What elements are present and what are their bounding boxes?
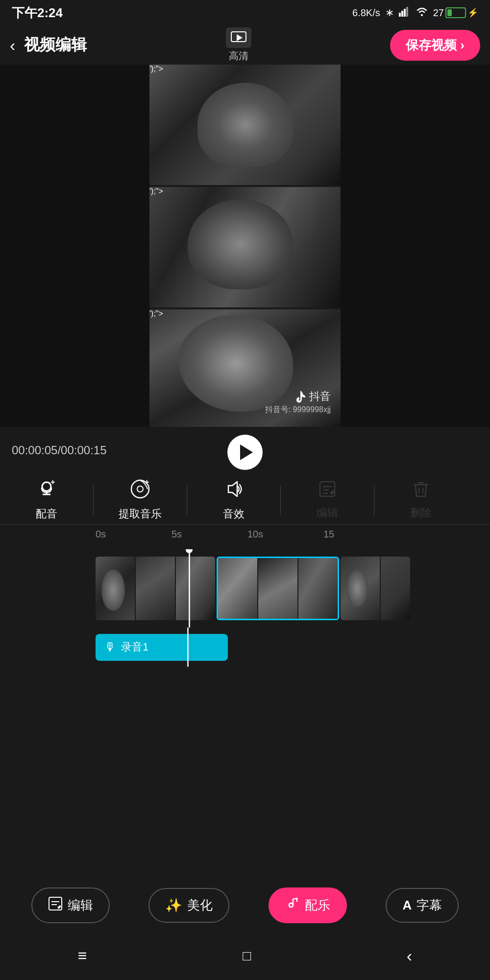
nav-beautify-label: 美化	[187, 897, 213, 914]
playhead	[189, 549, 190, 628]
audio-mic-icon: 🎙	[104, 640, 116, 654]
nav-edit[interactable]: 编辑	[31, 887, 110, 923]
svg-rect-1	[401, 11, 403, 17]
header-left: ‹ 视频编辑	[10, 34, 87, 56]
clip-thumb-7	[341, 557, 380, 620]
clip-thumb-1	[96, 557, 135, 620]
sound-effect-icon	[223, 479, 244, 504]
svg-text:+: +	[50, 479, 55, 486]
clip-thumb-5	[258, 558, 297, 620]
clip-thumb-8	[381, 557, 410, 620]
tool-delete: 删除	[374, 480, 467, 520]
timecode-row: 00:00:05/00:00:15	[0, 427, 490, 474]
thumb-bg-3	[176, 557, 215, 620]
nav-beautify-icon: ✨	[165, 897, 182, 913]
svg-text:+: +	[145, 479, 149, 486]
clip-thumb-4	[218, 558, 257, 620]
svg-point-7	[42, 482, 51, 491]
bottom-nav: 编辑 ✨ 美化 配乐 A 字幕	[0, 880, 490, 931]
dubbing-label: 配音	[36, 507, 57, 521]
hd-icon	[226, 27, 251, 48]
timeline-empty	[0, 667, 490, 745]
video-frame-2: ');">	[149, 187, 341, 307]
clip-thumb-2	[136, 557, 175, 620]
video-frame-1: ');">	[149, 65, 341, 185]
header: ‹ 视频编辑 高清 保存视频 ›	[0, 25, 490, 65]
video-clip-1[interactable]	[96, 557, 215, 620]
ruler-labels: 0s 5s 10s 15	[96, 529, 490, 540]
nav-subtitle-icon: A	[402, 898, 412, 913]
delete-label: 删除	[410, 506, 432, 520]
edit-label: 编辑	[317, 506, 338, 520]
nav-music[interactable]: 配乐	[269, 887, 347, 923]
svg-rect-21	[49, 897, 62, 910]
thumb-bg-2	[136, 557, 175, 620]
battery-fill	[447, 9, 452, 16]
timecode-display: 00:00:05/00:00:15	[12, 443, 107, 457]
svg-point-24	[289, 903, 293, 907]
video-clips	[96, 549, 490, 628]
tool-sound-effect[interactable]: 音效	[187, 479, 280, 521]
hd-quality-button[interactable]: 高清	[226, 27, 251, 63]
audio-clip-label: 录音1	[121, 640, 148, 654]
svg-point-4	[421, 14, 423, 16]
bluetooth-icon: ∗	[385, 6, 394, 19]
nav-music-icon	[285, 896, 300, 914]
nav-edit-icon	[48, 896, 63, 914]
sound-effect-label: 音效	[223, 507, 245, 521]
svg-marker-6	[237, 34, 243, 41]
svg-point-12	[137, 486, 143, 492]
tiktok-icon	[293, 390, 306, 403]
edit-icon	[318, 480, 337, 503]
wifi-icon	[416, 6, 428, 20]
page-title: 视频编辑	[24, 34, 87, 56]
delete-icon	[412, 480, 430, 503]
tiktok-label: 抖音	[309, 389, 331, 404]
svg-rect-0	[399, 13, 401, 17]
ruler-10s: 10s	[247, 529, 323, 540]
controls-area: 00:00:05/00:00:15 + 配音	[0, 427, 490, 745]
network-speed: 6.8K/s	[352, 7, 380, 19]
status-time: 下午2:24	[12, 4, 63, 22]
play-button[interactable]	[227, 435, 263, 470]
status-bar: 下午2:24 6.8K/s ∗ 27 ⚡	[0, 0, 490, 25]
battery-container: 27 ⚡	[433, 7, 478, 19]
nav-music-label: 配乐	[305, 897, 330, 914]
watermark-logo: 抖音	[265, 389, 331, 404]
svg-rect-2	[404, 9, 406, 17]
nav-beautify[interactable]: ✨ 美化	[148, 888, 229, 923]
watermark: 抖音 抖音号: 9999998xjj	[265, 389, 331, 415]
system-nav-bar: ≡ □ ‹	[0, 941, 490, 970]
thumb-bg-5	[258, 558, 297, 620]
video-track[interactable]	[0, 549, 490, 628]
hd-label: 高清	[229, 49, 248, 63]
video-strip: ');"> ');"> ');"> 抖音	[149, 65, 341, 427]
play-icon	[240, 444, 253, 460]
nav-subtitle[interactable]: A 字幕	[386, 888, 459, 923]
tool-extract-music[interactable]: + 提取音乐	[94, 479, 187, 521]
ruler-0s: 0s	[96, 529, 172, 540]
portrait-frame-1: ');">	[149, 65, 341, 185]
lightning-icon: ⚡	[467, 7, 478, 18]
home-button[interactable]: □	[243, 948, 251, 964]
tool-edit: 编辑	[281, 480, 374, 520]
clip-thumb-3	[176, 557, 215, 620]
video-clip-2[interactable]	[217, 557, 339, 620]
audio-track: 🎙 录音1	[0, 628, 490, 667]
menu-button[interactable]: ≡	[78, 947, 87, 965]
dubbing-icon: +	[37, 479, 56, 504]
video-clip-3[interactable]	[341, 557, 410, 620]
audio-playhead	[187, 628, 189, 667]
save-video-button[interactable]: 保存视频 ›	[390, 30, 480, 61]
tools-row: + 配音 + 提取音乐	[0, 474, 490, 525]
extract-music-label: 提取音乐	[119, 507, 162, 521]
nav-subtitle-label: 字幕	[416, 897, 442, 914]
video-preview: ');"> ');"> ');"> 抖音	[0, 65, 490, 427]
ruler-5s: 5s	[172, 529, 247, 540]
back-button[interactable]: ‹	[10, 36, 15, 55]
tool-dubbing[interactable]: + 配音	[0, 479, 93, 521]
back-system-button[interactable]: ‹	[407, 946, 412, 965]
nav-edit-label: 编辑	[68, 897, 93, 914]
svg-rect-3	[406, 7, 408, 17]
audio-clip-1[interactable]: 🎙 录音1	[96, 634, 228, 661]
